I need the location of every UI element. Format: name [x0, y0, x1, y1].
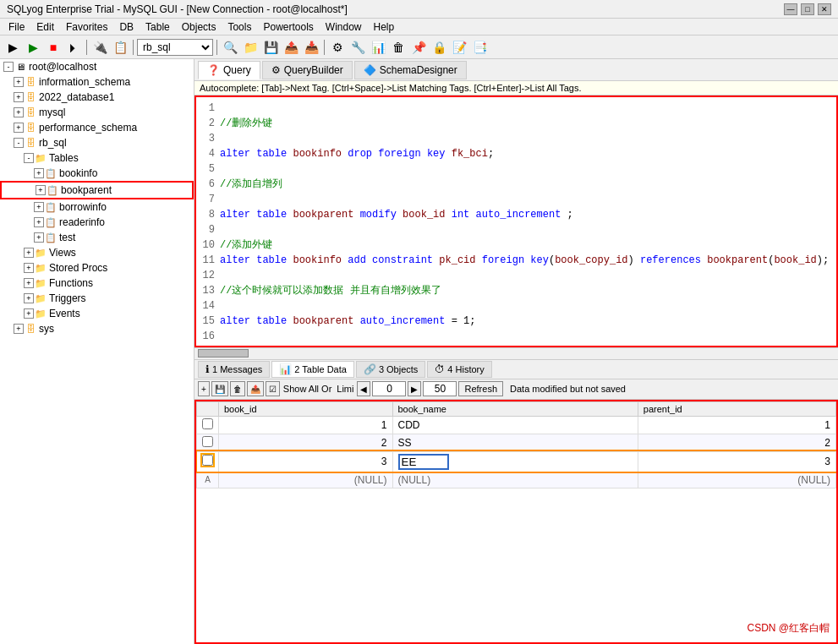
window-controls[interactable]: — □ ✕: [784, 3, 831, 15]
add-row-button[interactable]: +: [198, 381, 210, 396]
horizontal-scrollbar[interactable]: [194, 347, 838, 359]
sidebar-item-tables[interactable]: - 📁 Tables: [0, 150, 194, 166]
row-checkbox[interactable]: [197, 434, 219, 451]
expand-2022[interactable]: +: [14, 92, 24, 102]
sidebar-item-borrowinfo[interactable]: + 📋 borrowinfo: [0, 199, 194, 215]
expand-rbsql[interactable]: -: [14, 138, 24, 148]
expand-bookparent[interactable]: +: [36, 185, 46, 195]
tb-btn-12[interactable]: 📌: [409, 38, 428, 57]
cell-parent-id[interactable]: 2: [638, 434, 835, 451]
btab-messages[interactable]: ℹ 1 Messages: [198, 361, 270, 378]
row-checkbox[interactable]: [197, 451, 219, 472]
expand-bookinfo[interactable]: +: [34, 168, 44, 178]
col-parent-id[interactable]: parent_id: [638, 401, 835, 416]
tb-btn-1[interactable]: 🔌: [90, 38, 109, 57]
tb-btn-10[interactable]: 📊: [369, 38, 387, 57]
export-button[interactable]: 📤: [247, 381, 264, 396]
tb-btn-4[interactable]: 📁: [241, 38, 260, 57]
expand-views[interactable]: +: [24, 248, 34, 258]
tb-btn-9[interactable]: 🔧: [348, 38, 367, 57]
close-button[interactable]: ✕: [818, 3, 831, 15]
menu-edit[interactable]: Edit: [31, 19, 59, 35]
tb-btn-2[interactable]: 📋: [111, 38, 129, 57]
refresh-button[interactable]: Refresh: [458, 381, 503, 396]
btab-history[interactable]: ⏱ 4 History: [427, 361, 491, 378]
cell-book-name[interactable]: SS: [392, 434, 638, 451]
menu-db[interactable]: DB: [114, 19, 139, 35]
cell-parent-id[interactable]: 1: [638, 416, 835, 434]
sidebar-item-mysql[interactable]: + 🗄 mysql: [0, 105, 194, 120]
sidebar-item-views[interactable]: + 📁 Views: [0, 245, 194, 260]
new-connection-button[interactable]: ▶: [3, 38, 22, 57]
cell-book-id[interactable]: 1: [219, 416, 393, 434]
sidebar-item-perf-schema[interactable]: + 🗄 performance_schema: [0, 120, 194, 135]
expand-test[interactable]: +: [34, 232, 44, 243]
limit-input[interactable]: [423, 381, 457, 396]
tb-btn-3[interactable]: 🔍: [221, 38, 239, 57]
maximize-button[interactable]: □: [801, 3, 814, 15]
expand-sys[interactable]: +: [14, 324, 24, 334]
sidebar-item-2022db[interactable]: + 🗄 2022_database1: [0, 90, 194, 105]
stop-button[interactable]: ■: [44, 38, 63, 57]
execute-button[interactable]: ▶: [24, 38, 42, 57]
expand-perf[interactable]: +: [14, 123, 24, 133]
col-book-id[interactable]: book_id: [219, 401, 393, 416]
offset-input[interactable]: [372, 381, 406, 396]
tb-btn-5[interactable]: 💾: [261, 38, 280, 57]
cell-book-name-editing[interactable]: [392, 451, 638, 472]
col-book-name[interactable]: book_name: [392, 401, 638, 416]
btab-tabledata[interactable]: 📊 2 Table Data: [271, 361, 354, 378]
menu-favorites[interactable]: Favorites: [61, 19, 112, 35]
btab-objects[interactable]: 🔗 3 Objects: [356, 361, 425, 378]
sql-editor[interactable]: 1 2 //删除外键 3 4 alter table bookinfo drop…: [194, 96, 838, 347]
checkbox-toggle[interactable]: ☑: [266, 381, 280, 396]
cell-book-id[interactable]: 3: [219, 451, 393, 472]
db-select[interactable]: rb_sql: [137, 39, 213, 56]
save-button[interactable]: 💾: [211, 381, 228, 396]
sidebar-item-triggers[interactable]: + 📁 Triggers: [0, 291, 194, 306]
prev-page-button[interactable]: ◀: [357, 381, 370, 396]
expand-events[interactable]: +: [24, 308, 34, 319]
tab-query[interactable]: ❓ Query: [198, 61, 260, 79]
col-checkbox[interactable]: [197, 401, 219, 416]
expand-readerinfo[interactable]: +: [34, 217, 44, 227]
expand-storedprocs[interactable]: +: [24, 263, 34, 273]
sidebar-item-events[interactable]: + 📁 Events: [0, 306, 194, 321]
expand-functions[interactable]: +: [24, 278, 34, 288]
sidebar-item-sys[interactable]: + 🗄 sys: [0, 321, 194, 336]
sidebar-item-test[interactable]: + 📋 test: [0, 230, 194, 245]
menu-tools[interactable]: Tools: [222, 19, 256, 35]
sidebar-item-bookparent[interactable]: + 📋 bookparent: [0, 181, 194, 199]
sidebar-item-stored-procs[interactable]: + 📁 Stored Procs: [0, 260, 194, 276]
menu-help[interactable]: Help: [369, 19, 400, 35]
menu-window[interactable]: Window: [320, 19, 367, 35]
cell-book-id[interactable]: 2: [219, 434, 393, 451]
expand-borrowinfo[interactable]: +: [34, 202, 44, 212]
execute-current-button[interactable]: ⏵: [64, 38, 83, 57]
h-scroll-thumb[interactable]: [198, 349, 249, 357]
tab-querybuilder[interactable]: ⚙ QueryBuilder: [262, 61, 353, 79]
minimize-button[interactable]: —: [784, 3, 797, 15]
tb-btn-15[interactable]: 📑: [470, 38, 489, 57]
expand-triggers[interactable]: +: [24, 293, 34, 303]
delete-button[interactable]: 🗑: [230, 381, 245, 396]
tab-schemadesigner[interactable]: 🔷 SchemaDesigner: [354, 61, 467, 79]
tb-btn-11[interactable]: 🗑: [389, 38, 408, 57]
expand-tables[interactable]: -: [24, 153, 34, 163]
tb-btn-14[interactable]: 📝: [450, 38, 468, 57]
expand-mysql[interactable]: +: [14, 107, 24, 117]
next-page-button[interactable]: ▶: [408, 381, 421, 396]
tb-btn-7[interactable]: 📥: [302, 38, 320, 57]
tb-btn-13[interactable]: 🔒: [430, 38, 448, 57]
expand-info[interactable]: +: [14, 77, 24, 87]
cell-parent-id[interactable]: 3: [638, 451, 835, 472]
sidebar-item-rb-sql[interactable]: - 🗄 rb_sql: [0, 135, 194, 150]
menu-objects[interactable]: Objects: [177, 19, 222, 35]
sidebar-item-readerinfo[interactable]: + 📋 readerinfo: [0, 215, 194, 230]
sidebar-item-information-schema[interactable]: + 🗄 information_schema: [0, 74, 194, 90]
expand-root[interactable]: -: [3, 62, 14, 72]
menu-file[interactable]: File: [3, 19, 30, 35]
menu-powertools[interactable]: Powertools: [258, 19, 318, 35]
sidebar-item-functions[interactable]: + 📁 Functions: [0, 276, 194, 291]
sidebar-item-root[interactable]: - 🖥 root@localhost: [0, 59, 194, 74]
